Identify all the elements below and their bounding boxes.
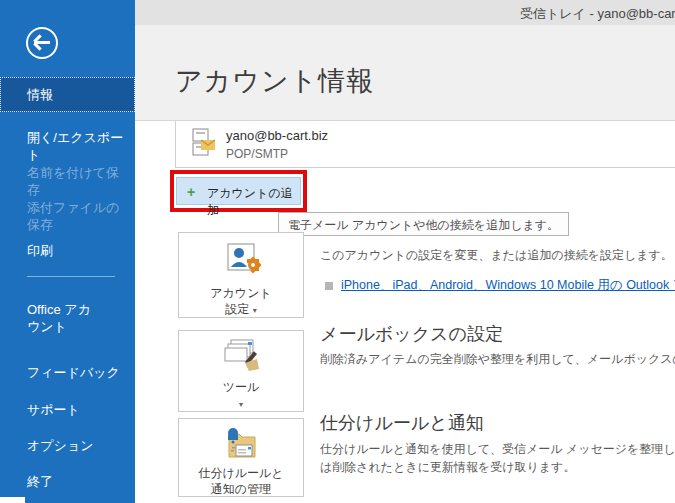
back-arrow-icon [34, 41, 50, 44]
account-settings-label2: 設定 [225, 302, 249, 316]
account-mailbox-icon [188, 127, 216, 161]
rules-alerts-desc-line1: 仕分けルールと通知を使用して、受信メール メッセージを整理し、アイテムが追加、変… [320, 441, 675, 458]
account-protocol: POP/SMTP [226, 147, 288, 161]
tools-label: ツール [223, 380, 260, 394]
sidebar-item-feedback[interactable]: フィードバック [0, 355, 135, 390]
back-button[interactable] [26, 27, 58, 59]
mailbox-settings-heading: メールボックスの設定 [320, 322, 503, 346]
gear-icon [247, 257, 261, 274]
rules-alerts-desc-line2: は削除されたときに更新情報を受け取ります。 [320, 459, 575, 476]
plus-icon: + [187, 184, 195, 200]
sidebar-item-support[interactable]: サポート [0, 392, 135, 427]
rules-alerts-heading: 仕分けルールと通知 [320, 411, 484, 435]
mailbox-cleanup-icon [219, 337, 263, 375]
sidebar-item-info[interactable]: 情報 [0, 77, 135, 112]
sidebar-item-label: 終了 [27, 474, 53, 489]
manage-rules-button[interactable]: 仕分けルールと 通知の管理 [178, 418, 304, 497]
sidebar-item-label: フィードバック [27, 365, 120, 380]
sidebar-item-label: 印刷 [27, 243, 53, 258]
add-account-button[interactable]: + アカウントの追加 [176, 177, 301, 205]
sidebar-item-label: 添付ファイルの保存 [27, 200, 120, 232]
page-header: アカウント情報 [135, 25, 675, 121]
outlook-app-link[interactable]: iPhone、iPad、Android、Windows 10 Mobile 用の… [341, 277, 675, 294]
sidebar-item-label: Office アカウント [27, 302, 91, 334]
backstage-sidebar: 情報 開く/エクスポート 名前を付けて保存 添付ファイルの保存 印刷 Offic… [0, 0, 135, 503]
sidebar-divider [27, 276, 115, 277]
page-title: アカウント情報 [175, 63, 374, 99]
account-email: yano@bb-cart.biz [226, 128, 328, 143]
manage-rules-label: 仕分けルールと [198, 466, 283, 480]
sidebar-item-label: 情報 [27, 87, 53, 102]
add-account-tooltip: 電子メール アカウントや他の接続を追加します。 [278, 212, 569, 236]
sidebar-item-label: サポート [27, 402, 80, 417]
sidebar-item-print[interactable]: 印刷 [0, 233, 135, 268]
window-title: 受信トレイ - yano@bb-cart.biz [520, 5, 675, 23]
account-selector-dropdown[interactable]: yano@bb-cart.biz POP/SMTP [175, 121, 675, 168]
manage-rules-label2: 通知の管理 [211, 482, 271, 496]
chevron-down-icon: ▾ [239, 400, 243, 409]
outlook-backstage-window: 受信トレイ - yano@bb-cart.biz 情報 開く/エクスポート 名前… [0, 0, 675, 503]
rules-alerts-icon [219, 425, 263, 461]
account-settings-label: アカウント [210, 286, 271, 300]
mailbox-settings-desc: 削除済みアイテムの完全削除や整理を利用して、メールボックスのサイズを管理します。 [320, 351, 675, 368]
account-settings-button[interactable]: アカウント 設定 ▾ [178, 232, 304, 318]
account-settings-desc: このアカウントの設定を変更、または追加の接続を設定します。 [320, 247, 673, 264]
account-settings-icon [221, 241, 261, 281]
chevron-down-icon: ▾ [253, 306, 257, 315]
bullet-square-icon [325, 282, 333, 290]
sidebar-item-options[interactable]: オプション [0, 428, 135, 463]
bottom-left-notch [0, 497, 25, 503]
window-titlebar: 受信トレイ - yano@bb-cart.biz [135, 0, 675, 25]
sidebar-item-label: オプション [27, 438, 94, 453]
sidebar-item-exit[interactable]: 終了 [0, 464, 135, 499]
tools-button[interactable]: ツール ▾ [178, 330, 304, 412]
sidebar-item-office-account[interactable]: Office アカウント [0, 292, 110, 344]
